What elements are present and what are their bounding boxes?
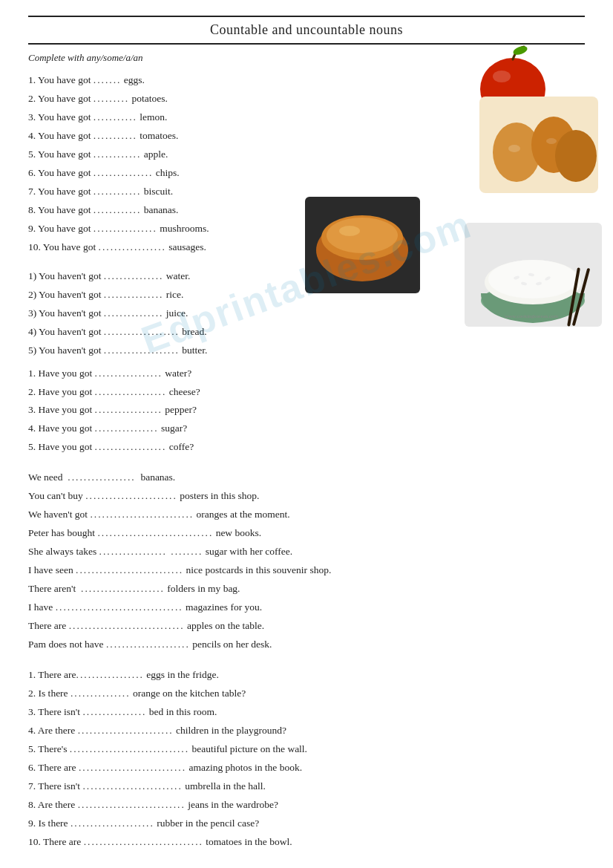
svg-point-7 (546, 138, 557, 144)
svg-text:www.cookingkorean.com: www.cookingkorean.com (505, 313, 558, 319)
line-4-6: I have seen ........................... … (28, 561, 585, 580)
line-4-8: I have ................................ … (28, 598, 585, 617)
instruction-section: Complete with any/some/a/an (28, 52, 585, 64)
section-4: We need ................. bananas. You c… (28, 469, 585, 654)
svg-point-12 (327, 218, 398, 253)
line-4-4: Peter has bought .......................… (28, 524, 585, 543)
line-4-2: You can't buy ....................... po… (28, 487, 585, 506)
line-3-5: 5. Have you got .................. coffe… (28, 438, 585, 457)
line-5-1: 1. There are................. eggs in th… (28, 666, 585, 685)
line-5-7: 7. There isn't .........................… (28, 777, 585, 796)
line-2-5: 5) You haven't got ................... b… (28, 342, 585, 360)
line-4-7: There aren't ..................... folde… (28, 580, 585, 598)
line-5-4: 4. Are there ........................ ch… (28, 722, 585, 740)
line-5-6: 6. There are ...........................… (28, 759, 585, 777)
line-3-1: 1. Have you got ................. water? (28, 365, 585, 383)
line-5-2: 2. Is there ............... orange on th… (28, 685, 585, 703)
line-4-9: There are ............................. … (28, 617, 585, 636)
line-4-10: Pam does not have ..................... … (28, 636, 585, 654)
rice-image: www.cookingkorean.com (465, 223, 602, 327)
svg-point-17 (488, 260, 577, 298)
page-title: Countable and uncountable nouns (28, 19, 585, 41)
line-5-8: 8. Are there ...........................… (28, 796, 585, 815)
line-5-9: 9. Is there ..................... rubber… (28, 815, 585, 833)
line-4-1: We need ................. bananas. (28, 469, 585, 487)
svg-point-5 (508, 145, 520, 152)
line-3-3: 3. Have you got ................. pepper… (28, 401, 585, 420)
instruction-text: Complete with any/some/a/an (28, 52, 585, 64)
section-5: 1. There are................. eggs in th… (28, 666, 585, 852)
line-5-10: 10. There are ..........................… (28, 833, 585, 852)
line-4-5: She always takes ................. .....… (28, 543, 585, 561)
svg-point-1 (493, 71, 511, 82)
line-3-4: 4. Have you got ................ sugar? (28, 420, 585, 438)
line-5-3: 3. There isn't ................ bed in t… (28, 703, 585, 722)
line-4-3: We haven't got .........................… (28, 506, 585, 524)
eggs-image (479, 97, 598, 193)
line-3-2: 2. Have you got .................. chees… (28, 383, 585, 402)
bread-image (305, 197, 420, 293)
section-3: 1. Have you got ................. water?… (28, 365, 585, 457)
svg-point-13 (339, 226, 360, 236)
line-5-5: 5. There's .............................… (28, 740, 585, 759)
svg-point-8 (555, 130, 597, 182)
